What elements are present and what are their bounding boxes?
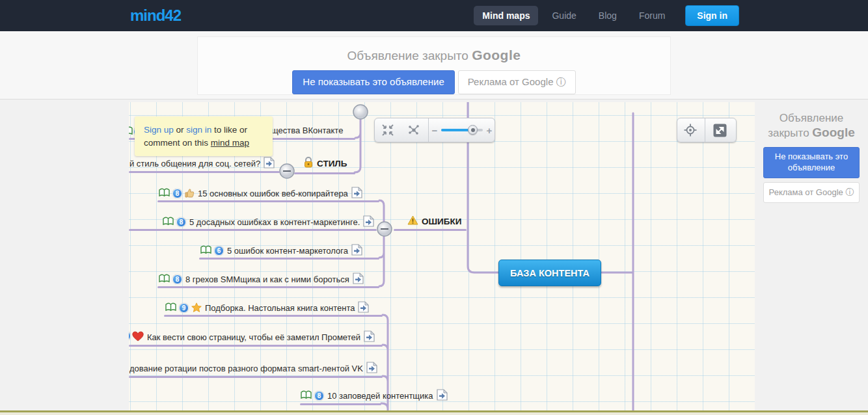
branch-line [129,229,377,231]
mind42-app: mind42 Mind maps Guide Blog Forum Sign i… [0,0,868,415]
comment-count-badge: 8 [176,217,186,227]
star-icon [191,302,202,314]
node-link-icon[interactable] [363,215,374,229]
sidebar-dismiss-ad-button[interactable]: Не показывать это объявление [763,147,860,178]
nav-forum[interactable]: Forum [631,6,673,25]
signin-tooltip: Sign up or sign in to like or comment on… [135,116,273,156]
central-node[interactable]: БАЗА КОНТЕНТА [498,260,601,286]
branch-line [157,286,379,288]
book-icon [159,274,170,285]
ads-by-google-button[interactable]: Реклама от Google ⓘ [458,70,576,94]
book-icon [159,188,170,199]
branch-line [129,376,383,378]
collapse-arrows-icon [381,124,394,137]
info-icon: ⓘ [556,76,566,87]
branch-line [294,172,355,174]
map-node[interactable]: 8 15 основных ошибок веб-копирайтера [159,187,362,200]
comment-count-badge: 9 [179,303,189,313]
google-wordmark: Google [812,126,854,139]
node-link-icon[interactable] [358,301,369,315]
navbar-links: Mind maps Guide Blog Forum Sign in [474,5,739,26]
map-node[interactable]: 8 8 грехов SMMщика и как с ними бороться [159,273,364,286]
zoom-out-button[interactable]: − [430,125,439,136]
map-node[interactable]: 8 5 досадных ошибках в контент-маркетинг… [163,215,374,229]
map-viewport: 8 щества ВКонтакте й стиль общения для с… [0,99,868,415]
ad-closed-text: Объявление закрыто [347,49,468,62]
node-link-icon[interactable] [264,157,275,170]
nav-guide[interactable]: Guide [543,6,584,25]
branch-line [157,200,379,202]
node-link-icon[interactable] [351,244,362,258]
mindmap-graph-icon [407,124,420,137]
branch-line [300,403,381,405]
sidebar-ads-by-google-button[interactable]: Реклама от Google ⓘ [763,182,860,203]
view-toolbar [677,118,737,142]
sidebar-ad-title: Объявление закрыто Google [755,111,868,141]
map-node[interactable]: дование ротации постов разного формата s… [129,362,377,375]
toolbar-separator [705,118,705,142]
dismiss-ad-button[interactable]: Не показывать это объявление [292,70,454,94]
node-link-icon[interactable] [437,389,448,403]
branch-line [129,171,280,173]
warning-icon [407,215,418,227]
info-icon: ⓘ [845,187,854,197]
mind42-logo[interactable]: mind42 [130,7,181,25]
branch-line [199,258,379,260]
map-node-errors[interactable]: ОШИБКИ [407,215,462,227]
zoom-slider-handle[interactable] [468,125,478,135]
book-icon [163,217,174,228]
map-node-style[interactable]: СТИЛЬ [303,157,348,170]
collapse-all-button[interactable] [375,118,401,142]
comment-count-badge: 8 [172,189,182,198]
book-icon [200,245,211,256]
fullscreen-icon [713,124,727,137]
book-icon [129,126,133,138]
tooltip-signin-link[interactable]: sign in [186,125,211,135]
branch-line [164,315,383,317]
node-link-icon[interactable] [351,187,362,200]
branch-style-spine [355,119,360,172]
map-node[interactable]: Как вести свою страницу, чтобы её замети… [132,330,375,344]
comment-count-badge: 8 [314,391,324,401]
branch-line [129,345,383,347]
node-link-icon[interactable] [364,330,375,344]
top-ad-banner: Объявление закрыто Google Не показывать … [0,31,868,99]
sign-in-button[interactable]: Sign in [685,5,739,26]
toolbar-separator [428,118,429,142]
node-link-icon[interactable] [353,273,364,286]
collapse-ball[interactable] [353,105,368,119]
navbar: mind42 Mind maps Guide Blog Forum Sign i… [0,0,868,31]
fullscreen-button[interactable] [707,118,733,142]
branch-errors-spine [379,200,384,286]
ad-closed-title: Объявление закрыто Google [198,47,670,63]
ad-closed-box: Объявление закрыто Google Не показывать … [197,36,671,95]
center-map-button[interactable] [677,118,703,142]
thumbs-up-icon [185,188,195,200]
mindmap-canvas[interactable]: 8 щества ВКонтакте й стиль общения для с… [129,102,755,410]
zoom-slider[interactable] [441,129,483,131]
map-node[interactable]: й стиль общения для соц. сетей? [129,157,275,170]
map-node[interactable]: щества ВКонтакте [271,126,344,135]
sidebar-ad: Объявление закрыто Google Не показывать … [755,111,868,203]
tooltip-mindmap-link[interactable]: mind map [211,138,249,148]
nav-mind-maps[interactable]: Mind maps [474,6,538,25]
map-node[interactable]: 8 10 заповедей контентщика [301,389,448,403]
google-wordmark: Google [472,47,521,62]
bottom-edge-strip [0,412,868,415]
nav-blog[interactable]: Blog [590,6,625,25]
map-node[interactable]: 6 5 ошибок контент-маркетолога [200,244,362,258]
book-icon [301,390,312,401]
comment-count-badge: 6 [214,246,224,256]
book-icon [165,302,176,314]
node-link-icon[interactable] [366,362,377,375]
map-overview-button[interactable] [401,118,427,142]
tooltip-signup-link[interactable]: Sign up [144,125,174,135]
lock-icon [303,157,314,170]
crosshair-icon [683,123,698,137]
zoom-in-button[interactable]: + [485,125,494,136]
heart-icon [132,331,144,343]
zoom-toolbar: − + [374,118,495,142]
branch-trunk-right [602,113,633,410]
branch-line [394,229,467,231]
map-node[interactable]: 9 Подборка. Настольная книга контента [165,301,369,315]
